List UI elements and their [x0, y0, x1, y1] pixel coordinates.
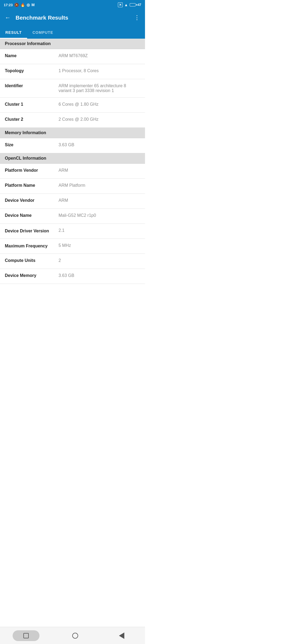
value-cluster1: 6 Cores @ 1.80 GHz — [59, 102, 140, 107]
label-size: Size — [5, 142, 59, 147]
value-name: ARM MT6769Z — [59, 53, 140, 58]
value-size: 3.63 GB — [59, 142, 140, 147]
value-topology: 1 Processor, 8 Cores — [59, 68, 140, 73]
label-identifier: Identifier — [5, 83, 59, 88]
mute-icon: 🔕 — [14, 3, 19, 7]
value-cluster2: 2 Cores @ 2.00 GHz — [59, 117, 140, 122]
row-device-name: Device Name Mali-G52 MC2 r1p0 — [0, 209, 145, 224]
row-device-memory: Device Memory 3.63 GB — [0, 269, 145, 284]
row-platform-name: Platform Name ARM Platform — [0, 179, 145, 194]
row-platform-vendor: Platform Vendor ARM — [0, 164, 145, 179]
label-max-freq: Maximum Frequency — [5, 243, 59, 249]
row-cluster2: Cluster 2 2 Cores @ 2.00 GHz — [0, 113, 145, 128]
label-device-memory: Device Memory — [5, 273, 59, 278]
value-max-freq: 5 MHz — [59, 243, 140, 248]
status-right: ✕ ▲ 47 — [118, 2, 141, 7]
row-topology: Topology 1 Processor, 8 Cores — [0, 64, 145, 79]
app-bar: ← Benchmark Results ⋮ — [0, 10, 145, 26]
wifi-icon: ▲ — [124, 3, 128, 7]
content-area: Processor Information Name ARM MT6769Z T… — [0, 39, 145, 301]
value-device-memory: 3.63 GB — [59, 273, 140, 278]
value-platform-vendor: ARM — [59, 168, 140, 173]
battery-level: 47 — [138, 3, 141, 7]
row-compute-units: Compute Units 2 — [0, 254, 145, 269]
value-identifier: ARM implementer 65 architecture 8 varian… — [59, 83, 140, 93]
more-options-button[interactable]: ⋮ — [132, 12, 142, 23]
label-topology: Topology — [5, 68, 59, 73]
value-platform-name: ARM Platform — [59, 183, 140, 188]
row-cluster1: Cluster 1 6 Cores @ 1.80 GHz — [0, 98, 145, 113]
tab-compute[interactable]: COMPUTE — [27, 27, 59, 39]
label-cluster2: Cluster 2 — [5, 117, 59, 122]
label-compute-units: Compute Units — [5, 258, 59, 263]
label-platform-vendor: Platform Vendor — [5, 168, 59, 173]
status-bar: 17:23 🔕 🔥 ◎ M ✕ ▲ 47 — [0, 0, 145, 10]
row-size: Size 3.63 GB — [0, 138, 145, 153]
time-display: 17:23 — [4, 3, 13, 7]
value-device-vendor: ARM — [59, 198, 140, 203]
x-icon: ✕ — [118, 2, 123, 7]
page-title: Benchmark Results — [16, 14, 129, 21]
value-device-name: Mali-G52 MC2 r1p0 — [59, 213, 140, 218]
section-opencl: OpenCL Information — [0, 153, 145, 164]
row-device-driver: Device Driver Version 2.1 — [0, 224, 145, 239]
label-device-driver: Device Driver Version — [5, 228, 59, 234]
row-name: Name ARM MT6769Z — [0, 49, 145, 64]
tab-bar: RESULT COMPUTE — [0, 26, 145, 39]
label-cluster1: Cluster 1 — [5, 102, 59, 107]
back-button[interactable]: ← — [3, 12, 13, 23]
fire-icon: 🔥 — [20, 3, 25, 7]
section-memory: Memory Information — [0, 128, 145, 138]
row-max-freq: Maximum Frequency 5 MHz — [0, 239, 145, 254]
section-processor: Processor Information — [0, 39, 145, 49]
value-compute-units: 2 — [59, 258, 140, 263]
gps-icon: ◎ — [27, 3, 30, 7]
label-device-name: Device Name — [5, 213, 59, 218]
row-identifier: Identifier ARM implementer 65 architectu… — [0, 79, 145, 98]
tab-result[interactable]: RESULT — [0, 27, 27, 39]
label-device-vendor: Device Vendor — [5, 198, 59, 203]
label-platform-name: Platform Name — [5, 183, 59, 188]
row-device-vendor: Device Vendor ARM — [0, 194, 145, 209]
battery-indicator: 47 — [130, 3, 141, 7]
label-name: Name — [5, 53, 59, 58]
mail-icon: M — [31, 3, 35, 7]
value-device-driver: 2.1 — [59, 228, 140, 233]
status-left: 17:23 🔕 🔥 ◎ M — [4, 3, 35, 7]
